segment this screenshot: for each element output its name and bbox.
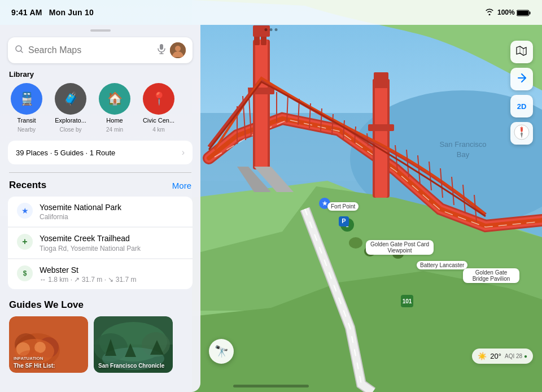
status-date: Mon Jun 10 (49, 8, 94, 17)
2d-mode-button[interactable]: 2D (510, 95, 533, 117)
fort-point-badge[interactable]: Fort Point (327, 202, 359, 211)
map-controls: 2D N (510, 41, 533, 145)
transit-icon: 🚆 (19, 92, 34, 106)
recent-info-webster: Webster St ↔ 1.8 km · ↗ 31.7 m · ↘ 31.7 … (40, 265, 183, 284)
recents-title: Recents (9, 180, 46, 191)
more-dots-indicator (265, 28, 278, 31)
weather-temp: 20° (490, 352, 501, 360)
quick-icon-home[interactable]: 🏠 Home 24 min (94, 83, 136, 133)
quick-icons-row: 🚆 Transit Nearby 🧳 Explorato... Close by… (0, 83, 200, 141)
recent-item-webster[interactable]: $ Webster St ↔ 1.8 km · ↗ 31.7 m · ↘ 31.… (8, 259, 193, 289)
mic-icon[interactable] (158, 44, 165, 56)
svg-rect-22 (374, 72, 388, 81)
recents-header: Recents More (0, 180, 200, 197)
guides-row: INFATUATION The SF Hit List: (0, 316, 200, 373)
binoculars-button[interactable]: 🔭 (209, 339, 234, 364)
guides-header: Guides We Love (0, 297, 200, 316)
aqi-value: 28 (516, 353, 522, 359)
guide-sf-chronicle-label: San Francisco Chronicle (98, 362, 171, 369)
guide-card-infatuation[interactable]: INFATUATION The SF Hit List: (9, 316, 88, 373)
battery-icon: 100% (497, 8, 531, 16)
sidebar-panel: Library 🚆 Transit Nearby 🧳 Explorato... … (0, 25, 200, 392)
svg-point-43 (349, 237, 362, 249)
dot-1 (265, 28, 268, 31)
dot-3 (275, 28, 278, 31)
quick-icon-civic[interactable]: 📍 Civic Cen... 4 km (138, 83, 180, 133)
weather-icon: ☀️ (478, 352, 487, 360)
svg-point-58 (175, 46, 181, 51)
weather-badge[interactable]: ☀️ 20° AQI 28 ● (472, 349, 533, 364)
recent-icon-yosemite-np: ★ (17, 203, 33, 219)
search-bar[interactable] (8, 37, 193, 63)
guide-card-sf-chronicle[interactable]: San Francisco Chronicle (94, 316, 173, 373)
svg-text:Bay: Bay (457, 150, 470, 159)
drag-handle[interactable] (90, 29, 111, 32)
search-icon (15, 45, 24, 56)
more-link[interactable]: More (172, 181, 191, 190)
infatuation-label-text: The SF Hit List: (14, 362, 86, 369)
webster-sub: ↔ 1.8 km · ↗ 31.7 m · ↘ 31.7 m (40, 276, 183, 284)
home-sublabel: 24 min (106, 127, 123, 133)
map-icon (516, 45, 527, 59)
gg-pavilion-label: Golden Gate Bridge Pavilion (473, 269, 510, 282)
recent-info-yosemite-creek: Yosemite Creek Trailhead Tioga Rd, Yosem… (40, 233, 183, 252)
svg-text:N: N (520, 127, 523, 130)
explore-icon-circle: 🧳 (55, 83, 86, 115)
svg-rect-12 (255, 40, 268, 169)
status-right: 100% (485, 7, 531, 18)
yosemite-np-sub: California (40, 213, 183, 221)
recent-icon-yosemite-creek: + (17, 234, 33, 250)
binoculars-icon: 🔭 (215, 345, 229, 358)
search-input[interactable] (28, 45, 153, 55)
aqi-label: AQI 28 ● (505, 353, 527, 359)
civic-icon-circle: 📍 (143, 83, 174, 115)
yosemite-creek-icon: + (22, 237, 27, 247)
recent-item-yosemite-creek[interactable]: + Yosemite Creek Trailhead Tioga Rd, Yos… (8, 227, 193, 258)
yosemite-creek-name: Yosemite Creek Trailhead (40, 233, 183, 243)
transit-icon-circle: 🚆 (11, 83, 42, 115)
wifi-icon (485, 7, 494, 18)
recent-item-yosemite-np[interactable]: ★ Yosemite National Park California (8, 197, 193, 227)
svg-text:P: P (342, 217, 346, 224)
sf-chronicle-label-text: San Francisco Chronicle (98, 362, 171, 369)
yosemite-np-icon: ★ (21, 206, 29, 215)
civic-icon: 📍 (151, 92, 167, 106)
status-time-value: 9:41 AM (11, 8, 42, 17)
gg-pavilion-badge[interactable]: Golden Gate Bridge Pavilion (463, 268, 519, 283)
aqi-label-text: AQI (505, 353, 514, 359)
guide-infatuation-publisher: INFATUATION The SF Hit List: (14, 356, 86, 369)
compass-icon: N (513, 124, 530, 143)
explore-sublabel: Close by (60, 127, 82, 133)
svg-rect-20 (368, 124, 394, 131)
library-section-label: Library (0, 70, 200, 83)
dot-2 (270, 28, 273, 31)
home-icon-circle: 🏠 (99, 83, 130, 115)
quick-icon-explore[interactable]: 🧳 Explorato... Close by (50, 83, 91, 133)
golden-gate-viewpoint-badge[interactable]: Golden Gate Post Card Viewpoint (366, 240, 434, 255)
home-label: Home (106, 117, 123, 124)
places-summary-row[interactable]: 39 Places · 5 Guides · 1 Route › (8, 141, 193, 164)
fort-point-label: Fort Point (331, 203, 355, 210)
compass-button[interactable]: N (510, 122, 533, 145)
civic-label: Civic Cen... (143, 117, 174, 124)
civic-sublabel: 4 km (152, 127, 165, 133)
battery-lancaster-label: Battery Lancaster (420, 262, 464, 268)
webster-name: Webster St (40, 265, 183, 275)
directions-button[interactable] (510, 68, 533, 90)
map-type-button[interactable] (510, 41, 533, 63)
directions-icon (517, 73, 527, 85)
explore-icon: 🧳 (63, 92, 78, 106)
transit-label: Transit (17, 117, 36, 124)
quick-icon-transit[interactable]: 🚆 Transit Nearby (6, 83, 47, 133)
status-time: 9:41 AM Mon Jun 10 (11, 8, 94, 17)
places-text: 39 Places · 5 Guides · 1 Route (16, 149, 115, 157)
yosemite-creek-sub: Tioga Rd, Yosemite National Park (40, 245, 183, 252)
battery-lancaster-badge[interactable]: Battery Lancaster (417, 261, 467, 269)
home-icon: 🏠 (107, 92, 123, 106)
user-avatar[interactable] (170, 42, 186, 58)
chevron-right-icon: › (182, 147, 185, 158)
home-indicator (233, 385, 309, 387)
svg-text:San Francisco: San Francisco (439, 140, 486, 149)
status-bar: 9:41 AM Mon Jun 10 100% (0, 0, 542, 25)
webster-icon: $ (23, 269, 27, 277)
